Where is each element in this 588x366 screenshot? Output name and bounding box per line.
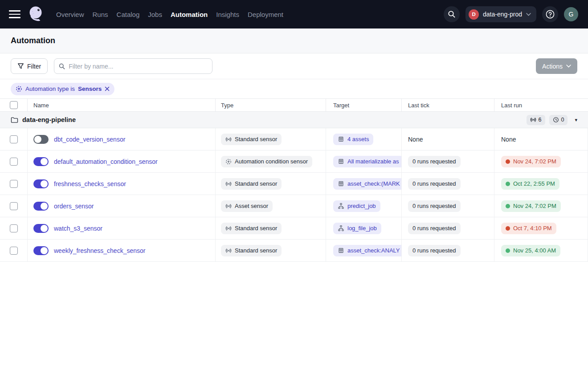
sensor-broadcast-icon: [225, 136, 232, 142]
row-checkbox[interactable]: [10, 180, 18, 188]
row-checkbox[interactable]: [10, 135, 18, 143]
group-collapse-caret[interactable]: ▾: [575, 118, 577, 122]
target-link[interactable]: asset_check:ANALY: [333, 245, 402, 256]
actions-button[interactable]: Actions: [536, 58, 577, 74]
nav-item-deployment[interactable]: Deployment: [248, 11, 283, 18]
app-window: Overview Runs Catalog Jobs Automation In…: [0, 0, 588, 366]
table-row: dbt_code_version_sensor Standard sensor …: [0, 128, 588, 150]
table-row: watch_s3_sensor Standard sensor log_file…: [0, 217, 588, 240]
sensor-broadcast-icon: [225, 225, 232, 232]
sensor-broadcast-icon: [225, 181, 232, 187]
repo-group-row[interactable]: data-eng-pipeline 6 0 ▾: [0, 112, 588, 128]
sensor-type-badge: Standard sensor: [221, 134, 282, 145]
table-header: Name Type Target Last tick Last run: [0, 98, 588, 112]
last-tick-value: None: [408, 136, 423, 143]
target-link[interactable]: log_file_job: [333, 223, 381, 234]
nav-item-runs[interactable]: Runs: [93, 11, 108, 18]
sensor-type-badge: Standard sensor: [221, 223, 282, 234]
row-checkbox[interactable]: [10, 224, 18, 232]
table-row: orders_sensor Asset sensor predict_job 0…: [0, 195, 588, 217]
nav-item-jobs[interactable]: Jobs: [148, 11, 162, 18]
filter-chip-automation-type[interactable]: Automation type is Sensors: [11, 83, 114, 95]
active-filters-row: Automation type is Sensors: [0, 79, 588, 98]
select-all-checkbox[interactable]: [10, 101, 18, 109]
filter-button[interactable]: Filter: [11, 58, 48, 74]
column-header-last-run: Last run: [494, 99, 588, 111]
sensor-name-link[interactable]: weekly_freshness_check_sensor: [54, 247, 145, 254]
primary-nav: Overview Runs Catalog Jobs Automation In…: [56, 11, 283, 18]
status-dot: [506, 182, 510, 186]
sensor-toggle[interactable]: [33, 224, 49, 233]
deployment-badge: D: [469, 9, 479, 20]
sensor-name-link[interactable]: freshness_checks_sensor: [54, 180, 126, 187]
sensor-toggle[interactable]: [33, 202, 49, 211]
sensor-toggle[interactable]: [33, 246, 49, 255]
help-button[interactable]: [542, 6, 558, 22]
last-run-value: None: [501, 136, 516, 143]
actions-button-label: Actions: [542, 63, 563, 70]
sensor-toggle[interactable]: [33, 157, 49, 166]
column-header-name: Name: [28, 99, 216, 111]
asset-icon: [338, 180, 344, 187]
sensor-toggle[interactable]: [33, 179, 49, 188]
last-run-link[interactable]: Nov 25, 4:00 AM: [501, 245, 560, 256]
last-tick-badge: 0 runs requested: [408, 156, 461, 167]
sensor-toggle[interactable]: [33, 135, 49, 144]
last-tick-badge: 0 runs requested: [408, 223, 461, 234]
sensor-broadcast-icon: [530, 117, 536, 123]
nav-right-controls: D data-eng-prod G: [444, 6, 578, 22]
hamburger-menu-icon[interactable]: [9, 10, 20, 18]
row-checkbox[interactable]: [10, 247, 18, 255]
search-button[interactable]: [444, 6, 460, 22]
nav-item-insights[interactable]: Insights: [216, 11, 239, 18]
target-link[interactable]: predict_job: [333, 200, 380, 212]
last-run-link[interactable]: Nov 24, 7:02 PM: [501, 156, 561, 167]
sensor-type-badge: Standard sensor: [221, 178, 282, 190]
row-checkbox[interactable]: [10, 202, 18, 210]
sensor-type-badge: Asset sensor: [221, 200, 273, 212]
status-dot: [506, 226, 510, 231]
status-dot: [506, 204, 510, 208]
sensor-name-link[interactable]: orders_sensor: [54, 203, 94, 210]
target-link[interactable]: 4 assets: [333, 134, 373, 145]
repo-group-name: data-eng-pipeline: [22, 116, 76, 123]
last-tick-badge: 0 runs requested: [408, 178, 461, 190]
column-header-target: Target: [326, 99, 402, 111]
filter-chip-prefix: Automation type is: [25, 85, 75, 92]
nav-item-catalog[interactable]: Catalog: [117, 11, 140, 18]
user-avatar[interactable]: G: [564, 7, 578, 21]
funnel-icon: [17, 63, 24, 69]
search-input[interactable]: [69, 63, 208, 70]
sensor-broadcast-icon: [225, 203, 232, 209]
deployment-switcher[interactable]: D data-eng-prod: [466, 6, 536, 22]
top-nav: Overview Runs Catalog Jobs Automation In…: [0, 0, 588, 28]
sensor-name-link[interactable]: dbt_code_version_sensor: [54, 136, 125, 143]
clock-icon: [553, 117, 559, 123]
job-graph-icon: [338, 225, 344, 232]
sensor-name-link[interactable]: watch_s3_sensor: [54, 225, 102, 232]
status-dot: [506, 248, 510, 253]
column-header-type: Type: [216, 99, 326, 111]
nav-item-overview[interactable]: Overview: [56, 11, 84, 18]
table-row: weekly_freshness_check_sensor Standard s…: [0, 240, 588, 262]
status-dot: [506, 159, 510, 164]
nav-item-automation[interactable]: Automation: [171, 11, 208, 18]
last-run-link[interactable]: Oct 22, 2:55 PM: [501, 178, 559, 190]
sensor-type-badge: Standard sensor: [221, 245, 282, 256]
last-tick-badge: 0 runs requested: [408, 200, 461, 212]
sensor-name-link[interactable]: default_automation_condition_sensor: [54, 158, 158, 165]
target-link[interactable]: asset_check:(MARK: [333, 178, 402, 190]
asset-icon: [338, 136, 344, 142]
last-run-link[interactable]: Oct 7, 4:10 PM: [501, 223, 556, 234]
target-link[interactable]: All materializable as: [333, 156, 402, 167]
sensor-broadcast-icon: [225, 248, 232, 254]
page-title: Automation: [11, 36, 55, 45]
group-counts: 6 0 ▾: [527, 115, 577, 125]
column-header-last-tick: Last tick: [402, 99, 494, 111]
search-icon: [59, 63, 65, 69]
last-run-link[interactable]: Nov 24, 7:02 PM: [501, 200, 561, 212]
dagster-logo-icon[interactable]: [27, 4, 46, 24]
remove-filter-icon[interactable]: [105, 86, 110, 91]
row-checkbox[interactable]: [10, 158, 18, 166]
page-titlebar: Automation: [0, 28, 588, 53]
